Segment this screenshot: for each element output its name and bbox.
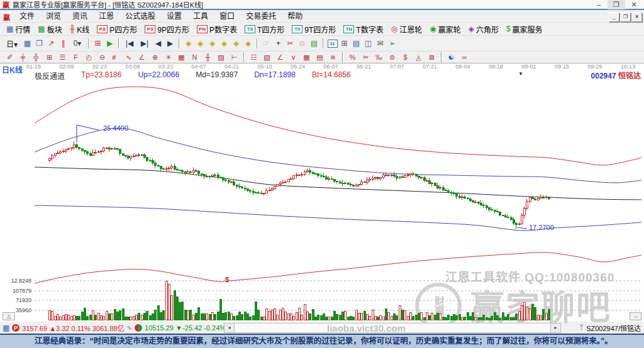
icon-face-button[interactable]: ☺ [296, 37, 308, 50]
icon-layout-grid-button[interactable]: ▦ [21, 37, 33, 50]
menu-item-公式选股[interactable]: 公式选股 [119, 11, 161, 22]
icon-kline-frame-button[interactable]: ⊞ [92, 37, 104, 50]
icon-go-next-button[interactable]: ▶ [164, 37, 176, 50]
toolbar-p-square-button[interactable]: P8P四方形 [93, 23, 141, 35]
draw-infinity-button[interactable]: ∞ [458, 52, 471, 62]
icon-go-prev-button[interactable]: ◀ [152, 37, 164, 50]
draw-percent-button[interactable]: % [346, 52, 359, 62]
menu-item-工具[interactable]: 工具 [187, 11, 214, 22]
toolbar-t-square-button[interactable]: T8T四方形 [241, 23, 288, 35]
toolbar-sectors-button[interactable]: ▩板块 [34, 23, 65, 35]
draw-check-button[interactable]: ∨ [287, 52, 300, 62]
draw-hatch-button[interactable]: ≢ [109, 52, 122, 62]
icon-go-last-button[interactable]: ▶| [137, 37, 152, 50]
icon-bars-button[interactable]: ∥ [57, 37, 69, 50]
draw-tbar-button[interactable]: ⊢ [228, 52, 241, 62]
draw-star-button[interactable]: ✳ [162, 52, 175, 62]
draw-permille-button[interactable]: ‰ [372, 52, 386, 62]
draw-boxx-button[interactable]: ⊠ [425, 52, 438, 62]
menu-item-窗口[interactable]: 窗口 [214, 11, 240, 22]
draw-gold-button[interactable]: ⊜ [386, 52, 399, 62]
toolbar-quotes-button[interactable]: ▦行情 [3, 23, 34, 35]
candlestick-chart[interactable] [0, 63, 644, 321]
icon-hand-button[interactable]: ☞ [260, 37, 272, 50]
draw-channel-button[interactable]: ╫ [201, 52, 214, 62]
menu-item-资讯[interactable]: 资讯 [67, 11, 93, 22]
draw-angle-button[interactable]: ∠ [135, 52, 148, 62]
draw-grid-button[interactable]: ╬ [30, 52, 43, 62]
icon-period-day-dropdown-button[interactable]: 日▾ [3, 37, 21, 50]
sh-index-quote[interactable]: 3157.69 ▲3.32 0.11% 3061.88亿 [22, 323, 124, 333]
icon-list-button[interactable]: ▤ [308, 37, 320, 50]
menu-item-文件[interactable]: 文件 [14, 11, 40, 22]
draw-square-button[interactable]: ▦ [175, 52, 188, 62]
menu-item-浏览[interactable]: 浏览 [40, 11, 67, 22]
toolbar-t-table-button[interactable]: TNT数字表 [340, 23, 387, 35]
toolbar-kline-button[interactable]: ╫K线 [66, 23, 94, 35]
icon-notes-button[interactable]: ▤ [350, 37, 362, 50]
icon-mail-button[interactable]: ✉ [374, 37, 386, 50]
draw-waves-button[interactable]: ≋ [326, 52, 340, 62]
icon-crosshair-button[interactable]: + [272, 37, 284, 50]
draw-yinyang-button[interactable]: ☯ [445, 52, 458, 62]
permille-icon: ‰ [375, 53, 382, 61]
toolbar-9p-square-button[interactable]: P99P四方形 [141, 23, 193, 35]
draw-hline-button[interactable]: ╪ [16, 52, 30, 62]
close-button[interactable]: ✕ [625, 0, 643, 9]
draw-triangle-button[interactable]: ◬ [412, 52, 425, 62]
draw-fib-button[interactable]: F [69, 52, 82, 62]
icon-layout-cascade-button[interactable]: ❐ [33, 37, 45, 50]
icon-save-button[interactable]: ◫ [362, 37, 374, 50]
icon-diamond-5-button[interactable]: ◈ [230, 37, 242, 50]
draw-arc-button[interactable]: ⊖ [96, 52, 109, 62]
toolbar-winner-wheel-button[interactable]: ◉赢家轮 [426, 23, 465, 35]
icon-calendar-button[interactable]: 31 [326, 37, 338, 50]
icon-diamond-6-button[interactable]: ◈ [242, 37, 254, 50]
draw-gann-box-button[interactable]: ⊞ [43, 52, 56, 62]
toolbar-gann-wheel-button[interactable]: ◎江恩轮 [387, 23, 426, 35]
icon-zoom-dropdown-button[interactable]: 0▾ [69, 37, 86, 50]
toolbar-p-table-button[interactable]: PNP数字表 [193, 23, 241, 35]
mdi-close-button[interactable]: ✕ [631, 13, 642, 22]
draw-pencil-button[interactable]: ✐ [3, 52, 16, 62]
draw-lines-button[interactable]: ☰ [56, 52, 69, 62]
scroll-right-button[interactable]: ▸ [550, 323, 561, 333]
icon-diamond-1-button[interactable]: ◈ [182, 37, 194, 50]
icon-scissors-button[interactable]: ✂ [284, 37, 296, 50]
expand-pane-button[interactable]: △ [3, 312, 15, 320]
menu-item-交易委托[interactable]: 交易委托 [240, 11, 282, 22]
mdi-restore-button[interactable]: ❐ [620, 13, 631, 22]
toolbar-hexagon-button[interactable]: ◈六角形 [465, 23, 502, 35]
draw-zigzag-button[interactable]: Ν [188, 52, 201, 62]
draw-cut-button[interactable]: ✂ [359, 52, 372, 62]
maximize-button[interactable]: ❐ [608, 0, 625, 9]
minimize-button[interactable]: – [590, 0, 608, 9]
menu-item-设置[interactable]: 设置 [161, 11, 187, 22]
market-grid-icon[interactable]: ▦ [3, 324, 9, 332]
icon-go-first-button[interactable]: |◀ [122, 37, 137, 50]
icon-diamond-2-button[interactable]: ◈ [194, 37, 206, 50]
draw-angle2-button[interactable]: ∠ [274, 52, 287, 62]
icon-calculator-button[interactable]: ⊞ [338, 37, 350, 50]
draw-box2-button[interactable]: ▨ [214, 52, 228, 62]
draw-shade-button[interactable]: ▧ [260, 52, 274, 62]
icon-trend-up-button[interactable]: ↗ [45, 37, 57, 50]
menu-item-江恩[interactable]: 江恩 [93, 11, 119, 22]
toolbar-winner-service-button[interactable]: $赢家服务 [502, 23, 547, 35]
icon-play-button[interactable]: ▶ [104, 37, 116, 50]
icon-share-button[interactable]: ➢ [386, 37, 398, 50]
draw-wave-button[interactable]: ∿ [122, 52, 135, 62]
menu-item-帮助[interactable]: 帮助 [282, 11, 308, 22]
draw-dollar-button[interactable]: $ [399, 52, 412, 62]
mdi-minimize-button[interactable]: _ [609, 13, 619, 22]
draw-trigram-button[interactable]: ☷ [247, 52, 260, 62]
draw-gann-fan-button[interactable]: ⊕ [148, 52, 162, 62]
draw-grid2-button[interactable]: ▦ [300, 52, 313, 62]
draw-circle-button[interactable]: ◴ [82, 52, 96, 62]
icon-diamond-3-button[interactable]: ◈ [206, 37, 218, 50]
volume-scroll-right-button[interactable]: → [630, 312, 641, 320]
toolbar-9t-square-button[interactable]: T99T四方形 [288, 23, 340, 35]
icon-diamond-4-button[interactable]: ◈ [218, 37, 230, 50]
draw-rows-button[interactable]: ▤ [313, 52, 326, 62]
scroll-left-button[interactable]: ◂ [224, 323, 235, 333]
